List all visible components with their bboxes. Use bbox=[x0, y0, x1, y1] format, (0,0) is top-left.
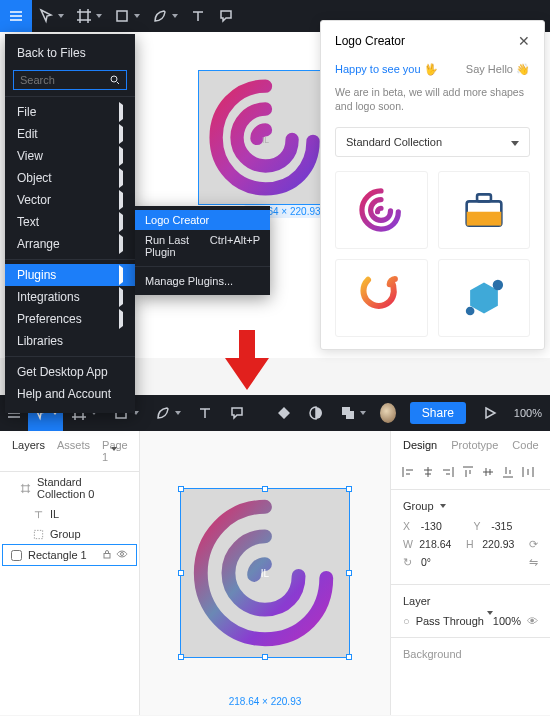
resize-handle[interactable] bbox=[262, 486, 268, 492]
visibility-icon[interactable]: 👁 bbox=[527, 615, 538, 627]
canvas[interactable]: IL 218.64 × 220.93 bbox=[140, 431, 390, 715]
resize-handle[interactable] bbox=[346, 570, 352, 576]
menu-search[interactable] bbox=[13, 70, 127, 90]
menu-item-view[interactable]: View bbox=[5, 145, 135, 167]
menu-item-object[interactable]: Object bbox=[5, 167, 135, 189]
logo-option-briefcase[interactable] bbox=[438, 171, 531, 249]
text-icon bbox=[32, 508, 44, 520]
align-vcenter-icon[interactable] bbox=[481, 465, 495, 479]
layer-checkbox[interactable] bbox=[11, 550, 22, 561]
present-icon[interactable] bbox=[474, 395, 506, 431]
selection-box[interactable]: IL bbox=[180, 488, 350, 658]
flip-h-icon[interactable]: ⇋ bbox=[529, 556, 538, 568]
layer-row-group[interactable]: Group bbox=[0, 524, 139, 544]
resize-handle[interactable] bbox=[178, 654, 184, 660]
submenu-run-last[interactable]: Run Last PluginCtrl+Alt+P bbox=[135, 230, 270, 262]
submenu-manage[interactable]: Manage Plugins... bbox=[135, 271, 270, 291]
text-tool[interactable] bbox=[189, 395, 221, 431]
shape-tool[interactable] bbox=[108, 0, 146, 32]
boolean-icon[interactable] bbox=[332, 395, 374, 431]
svg-rect-11 bbox=[34, 530, 42, 538]
group-section[interactable]: Group bbox=[403, 500, 538, 512]
resize-handle[interactable] bbox=[346, 486, 352, 492]
canvas-selection-top[interactable]: IL bbox=[198, 70, 333, 205]
lock-icon[interactable] bbox=[102, 549, 112, 561]
tab-code[interactable]: Code bbox=[512, 439, 538, 451]
submenu-logo-creator[interactable]: Logo Creator bbox=[135, 210, 270, 230]
layer-row-text[interactable]: IL bbox=[0, 504, 139, 524]
user-avatar[interactable] bbox=[380, 403, 396, 423]
hamburger-menu-button[interactable] bbox=[0, 0, 32, 32]
components-icon[interactable] bbox=[268, 395, 300, 431]
plugin-beta-msg: We are in beta, we will add more shapes … bbox=[335, 86, 530, 113]
menu-item-preferences[interactable]: Preferences bbox=[5, 308, 135, 330]
menu-item-libraries[interactable]: Libraries bbox=[5, 330, 135, 352]
share-button[interactable]: Share bbox=[410, 402, 466, 424]
svg-point-5 bbox=[492, 280, 502, 290]
tab-layers[interactable]: Layers bbox=[12, 439, 45, 463]
menu-back-to-files[interactable]: Back to Files bbox=[5, 42, 135, 68]
comment-tool[interactable] bbox=[221, 395, 253, 431]
plugin-title: Logo Creator bbox=[335, 34, 405, 48]
align-left-icon[interactable] bbox=[401, 465, 415, 479]
resize-handle[interactable] bbox=[178, 570, 184, 576]
tab-design[interactable]: Design bbox=[403, 439, 437, 451]
zoom-level[interactable]: 100% bbox=[506, 407, 550, 419]
tab-prototype[interactable]: Prototype bbox=[451, 439, 498, 451]
comment-tool[interactable] bbox=[212, 0, 240, 32]
layer-row-frame[interactable]: Standard Collection 0 bbox=[0, 472, 139, 504]
prop-h[interactable]: 220.93 bbox=[482, 538, 523, 550]
prop-x[interactable]: -130 bbox=[421, 520, 468, 532]
align-right-icon[interactable] bbox=[441, 465, 455, 479]
menu-item-vector[interactable]: Vector bbox=[5, 189, 135, 211]
menu-item-edit[interactable]: Edit bbox=[5, 123, 135, 145]
layer-row-rectangle[interactable]: Rectangle 1 bbox=[2, 544, 137, 566]
frame-tool[interactable] bbox=[70, 0, 108, 32]
text-tool[interactable] bbox=[184, 0, 212, 32]
menu-item-text[interactable]: Text bbox=[5, 211, 135, 233]
menu-item-help[interactable]: Help and Account bbox=[5, 383, 135, 405]
prop-y[interactable]: -315 bbox=[491, 520, 538, 532]
svg-rect-12 bbox=[104, 554, 110, 559]
menu-item-arrange[interactable]: Arrange bbox=[5, 233, 135, 255]
align-bottom-icon[interactable] bbox=[501, 465, 515, 479]
blend-circle-icon[interactable]: ○ bbox=[403, 615, 410, 627]
menu-search-input[interactable] bbox=[20, 74, 106, 86]
svg-rect-3 bbox=[466, 212, 501, 226]
menu-item-plugins[interactable]: Plugins bbox=[5, 264, 135, 286]
menu-item-file[interactable]: File bbox=[5, 101, 135, 123]
resize-handle[interactable] bbox=[346, 654, 352, 660]
menu-item-get-app[interactable]: Get Desktop App bbox=[5, 361, 135, 383]
resize-handle[interactable] bbox=[262, 654, 268, 660]
group-icon bbox=[32, 528, 44, 540]
prop-w[interactable]: 218.64 bbox=[419, 538, 460, 550]
background-section[interactable]: Background bbox=[403, 648, 538, 660]
pen-tool[interactable] bbox=[146, 0, 184, 32]
search-icon bbox=[110, 75, 120, 85]
menu-item-integrations[interactable]: Integrations bbox=[5, 286, 135, 308]
logo-option-flame[interactable] bbox=[335, 259, 428, 337]
tab-assets[interactable]: Assets bbox=[57, 439, 90, 463]
collection-select[interactable]: Standard Collection bbox=[335, 127, 530, 157]
close-icon[interactable]: ✕ bbox=[518, 33, 530, 49]
plugin-say-hello[interactable]: Say Hello 👋 bbox=[466, 63, 530, 76]
link-icon[interactable]: ⟳ bbox=[529, 538, 538, 550]
svg-rect-0 bbox=[117, 11, 127, 21]
distribute-icon[interactable] bbox=[521, 465, 535, 479]
prop-rotation[interactable]: 0° bbox=[421, 556, 469, 568]
blend-mode[interactable]: Pass Through bbox=[416, 615, 487, 627]
frame-icon bbox=[20, 482, 31, 494]
pen-tool[interactable] bbox=[147, 395, 189, 431]
selection-label-top: IL bbox=[262, 135, 269, 145]
visibility-icon[interactable] bbox=[116, 549, 128, 561]
resize-handle[interactable] bbox=[178, 486, 184, 492]
main-menu: Back to Files File Edit View Object Vect… bbox=[5, 34, 135, 413]
logo-option-swirl[interactable] bbox=[335, 171, 428, 249]
logo-option-hex[interactable] bbox=[438, 259, 531, 337]
layer-opacity[interactable]: 100% bbox=[493, 615, 521, 627]
align-hcenter-icon[interactable] bbox=[421, 465, 435, 479]
move-tool[interactable] bbox=[32, 0, 70, 32]
page-selector[interactable]: Page 1 bbox=[102, 439, 137, 463]
mask-icon[interactable] bbox=[300, 395, 332, 431]
align-top-icon[interactable] bbox=[461, 465, 475, 479]
